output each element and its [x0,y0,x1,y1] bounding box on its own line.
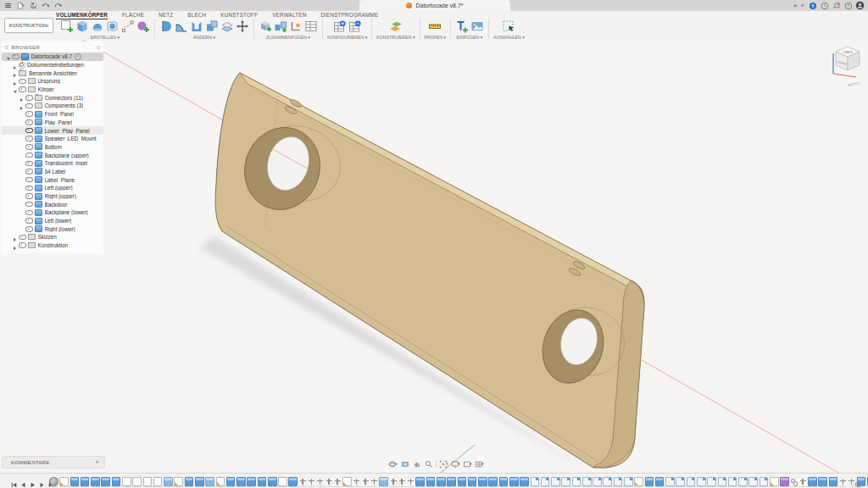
timeline-settings-gear-icon[interactable] [854,477,862,488]
browser-row-lower-play-panel[interactable]: Lower_Play_Panel [2,126,103,135]
timeline-feature-extrude[interactable] [415,477,425,486]
image-icon[interactable] [470,19,484,33]
visibility-eye-icon[interactable] [25,152,33,158]
select-icon[interactable] [502,19,515,33]
lookat-tool-icon[interactable] [400,459,409,469]
timeline-feature-pattern[interactable] [572,477,581,486]
config-icon[interactable] [333,19,347,33]
timeline-feature-extrude[interactable] [70,477,80,486]
timeline-feature-move[interactable] [362,478,370,485]
insert-icon[interactable] [455,19,469,33]
visibility-eye-icon[interactable] [25,177,33,183]
visibility-eye-icon[interactable] [25,119,33,125]
timeline-feature-pattern[interactable] [718,477,727,486]
view-cube[interactable]: OBEN VORNE RECHTS [833,47,860,87]
visibility-eye-icon[interactable] [25,226,33,232]
presspull-icon[interactable] [159,19,173,33]
timeline-feature-pattern[interactable] [561,477,570,486]
timeline-feature-extrude[interactable] [499,477,509,486]
offset-icon[interactable] [220,19,234,33]
visibility-eye-icon[interactable] [25,95,33,101]
sweep-icon[interactable] [106,19,120,33]
construction-dropdown-button[interactable]: KONSTRUKTION▾ [4,18,53,33]
loft-icon[interactable] [121,19,135,33]
timeline-feature-move[interactable] [390,478,398,485]
timeline-feature-extrude[interactable] [226,477,236,486]
visibility-eye-icon[interactable] [19,86,26,92]
visibility-eye-icon[interactable] [25,193,33,199]
visibility-eye-icon[interactable] [25,111,33,117]
sketch-icon[interactable] [60,19,74,33]
measure-icon[interactable] [428,19,442,33]
browser-row-speaker-led-mount[interactable]: Speaker_LED_Mount [2,135,103,143]
timeline-feature-sketch[interactable] [174,477,183,486]
browser-row-label-plane[interactable]: Label_Plane [2,175,103,184]
visibility-eye-icon[interactable] [25,144,33,150]
timeline-feature-extrude[interactable] [458,477,467,486]
joint-icon[interactable] [274,19,287,33]
visibility-eye-icon[interactable] [25,169,33,175]
timeline-feature-pattern[interactable] [541,477,550,486]
timeline-feature-extrude[interactable] [488,477,498,486]
timeline-feature-pattern[interactable] [531,477,540,486]
timeline-feature-sketch[interactable] [634,477,643,486]
revolve-icon[interactable] [91,19,104,33]
fit-tool-icon[interactable]: ▾ [439,459,448,469]
timeline-feature-move[interactable] [334,478,342,485]
visibility-eye-icon[interactable] [25,202,33,208]
timeline-feature-sketch[interactable] [132,477,142,486]
timeline-feature-extrude[interactable] [91,477,100,486]
timeline-feature-extrude[interactable] [268,477,277,486]
redo-icon[interactable]: ▾ [54,2,63,10]
pan-tool-icon[interactable] [412,459,421,469]
browser-row-backplane-lower-[interactable]: Backplane (lower) [2,208,103,217]
timeline-feature-extrude[interactable] [468,477,477,486]
bom-icon[interactable] [304,19,318,33]
visibility-eye-icon[interactable] [25,128,33,134]
timeline-feature-pattern[interactable] [665,477,675,486]
timeline-feature-extrude[interactable] [818,477,827,486]
timeline-feature-pattern[interactable] [728,477,737,486]
timeline-feature-pattern[interactable] [614,477,623,486]
visibility-eye-icon[interactable] [19,79,26,85]
move-icon[interactable] [236,19,249,33]
browser-row-right-upper-[interactable]: Right (upper) [2,192,103,201]
timeline-feature-extrude[interactable] [258,477,267,486]
orbit-tool-icon[interactable]: ▾ [388,459,398,469]
browser-row-64-label[interactable]: 64 Label [2,168,103,176]
timeline-skipstart-button[interactable] [10,477,18,488]
plane-icon[interactable] [389,19,403,33]
form-icon[interactable] [136,19,150,33]
shell-icon[interactable] [190,19,203,33]
timeline-feature-move[interactable] [308,478,315,485]
job-status-icon[interactable] [808,1,817,10]
grid1-tool-icon[interactable]: ▾ [463,459,472,469]
timeline-feature-move[interactable] [370,478,378,485]
timeline-feature-link[interactable] [791,478,798,485]
timeline-feature-extrude[interactable] [195,477,204,486]
timeline-feature-extrude[interactable] [81,477,90,486]
visibility-eye-icon[interactable] [25,136,33,141]
browser-row-backdoor[interactable]: Backdoor [2,200,103,208]
visibility-eye-icon[interactable] [19,242,26,248]
clock-icon[interactable] [820,1,829,10]
help-icon[interactable]: ? [843,1,853,10]
timeline-feature-move[interactable] [407,478,415,485]
timeline-feature-extrude[interactable] [112,477,121,486]
timeline-feature-extrude[interactable] [164,477,173,486]
browser-row-konstruktion[interactable]: Konstruktion [2,241,103,250]
menu-icon[interactable] [3,2,12,10]
timeline-feature-pattern[interactable] [748,477,758,486]
browser-row-bottom[interactable]: Bottom [2,143,103,152]
timeline-feature-sketch[interactable] [342,477,352,486]
browser-row-play-panel[interactable]: Play_Panel [2,119,103,127]
timeline-feature-pattern[interactable] [697,477,706,486]
timeline-feature-pattern[interactable] [551,477,560,486]
timeline-play-button[interactable] [29,477,36,488]
add-comment-button[interactable]: + [95,458,99,466]
timeline-feature-pattern[interactable] [676,477,685,486]
timeline-feature-pattern[interactable] [738,477,748,486]
browser-row-front-panel[interactable]: Front_Panel [2,110,103,119]
timeline-feature-move[interactable] [839,478,847,485]
notification-bell-icon[interactable] [832,1,841,10]
